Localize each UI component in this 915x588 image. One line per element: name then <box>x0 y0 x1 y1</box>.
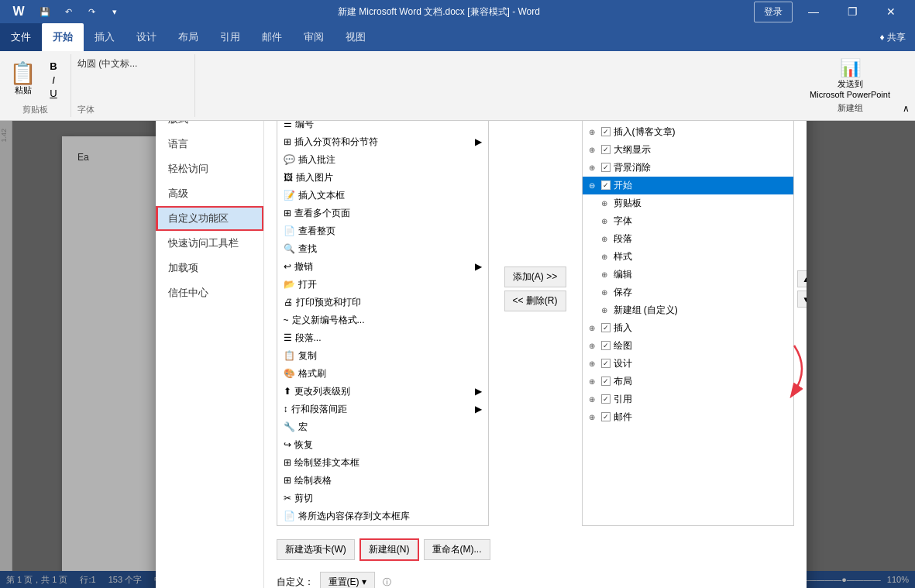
cb-layout[interactable] <box>601 377 611 386</box>
clipboard-group-label: 剪贴板 <box>22 104 48 117</box>
cmd-comment[interactable]: 💬 插入批注 <box>277 151 488 169</box>
nav-language[interactable]: 语言 <box>156 132 263 156</box>
cb-insert[interactable] <box>601 323 611 332</box>
restore-btn[interactable]: ❐ <box>834 0 870 23</box>
tab-home[interactable]: 开始 <box>42 23 84 51</box>
tab-mail[interactable]: 邮件 <box>251 23 293 51</box>
nav-quick-access[interactable]: 快速访问工具栏 <box>156 231 263 256</box>
title-bar: W 💾 ↶ ↷ ▾ 新建 Microsoft Word 文档.docx [兼容模… <box>0 0 915 23</box>
cmd-redo[interactable]: ↪ 恢复 <box>277 436 488 454</box>
cmd-para[interactable]: ☰ 段落... <box>277 329 488 347</box>
cmd-macro[interactable]: 🔧 宏 <box>277 418 488 436</box>
left-panel: 从下列位置选择命令(C): ⓘ 常用命令 ▾ 💾 保存 ☰ 编号 <box>277 121 489 526</box>
tree-outline[interactable]: ⊕ 大纲显示 <box>583 141 793 159</box>
tree-mail[interactable]: ⊕ 邮件 <box>583 408 793 426</box>
tab-references[interactable]: 引用 <box>209 23 251 51</box>
cb-bgremove[interactable] <box>601 163 611 172</box>
ribbon-content: 📋 粘贴 B I U 剪贴板 幼圆 (中文标... 字体 📊 发送到 Micro… <box>0 51 915 121</box>
tree-bloginsert[interactable]: ⊕ 插入(博客文章) <box>583 123 793 141</box>
cmd-cut[interactable]: ✂ 剪切 <box>277 490 488 507</box>
minimize-btn[interactable]: — <box>796 0 831 23</box>
left-commands-list[interactable]: 💾 保存 ☰ 编号 ⊞ 插入分页符和分节符 ▶ 💬 插入批注 🖼 插入图片 📝 … <box>277 121 489 526</box>
customize-quick-btn[interactable]: ▾ <box>105 2 124 21</box>
share-button[interactable]: ♦ 共享 <box>871 31 915 44</box>
cmd-linespace[interactable]: ↕ 行和段落间距 ▶ <box>277 401 488 418</box>
rename-btn[interactable]: 重命名(M)... <box>424 539 490 560</box>
tree-home-save[interactable]: ⊕ 保存 <box>583 284 793 301</box>
new-tab-btn[interactable]: 新建选项卡(W) <box>277 539 355 560</box>
tab-insert[interactable]: 插入 <box>84 23 126 51</box>
tree-design[interactable]: ⊕ 设计 <box>583 355 793 373</box>
cmd-copy[interactable]: 📋 复制 <box>277 347 488 365</box>
cmd-drawtable[interactable]: ⊞ 绘制表格 <box>277 472 488 490</box>
tree-home-font[interactable]: ⊕ 字体 <box>583 212 793 230</box>
cmd-open[interactable]: 📂 打开 <box>277 276 488 294</box>
tab-file[interactable]: 文件 <box>0 23 42 51</box>
cmd-drawtextbox[interactable]: ⊞ 绘制竖排文本框 <box>277 454 488 472</box>
cb-home[interactable] <box>601 181 611 190</box>
cmd-numbering[interactable]: ☰ 编号 <box>277 121 488 133</box>
paste-btn[interactable]: 📋 粘贴 <box>6 60 40 99</box>
tree-insert[interactable]: ⊕ 插入 <box>583 319 793 337</box>
move-up-btn[interactable]: ▲ <box>797 270 807 287</box>
tree-home-clipboard[interactable]: ⊕ 剪贴板 <box>583 194 793 212</box>
save-quick-btn[interactable]: 💾 <box>36 2 54 21</box>
tree-layout[interactable]: ⊕ 布局 <box>583 373 793 390</box>
nav-layout[interactable]: 版式 <box>156 121 263 132</box>
tree-draw[interactable]: ⊕ 绘图 <box>583 337 793 355</box>
right-tree-list[interactable]: ⊕ 博客文章 ⊕ 插入(博客文章) ⊕ 大纲显示 ⊕ <box>582 121 794 526</box>
cb-draw[interactable] <box>601 341 611 350</box>
send-to-ppt-btn[interactable]: 📊 发送到 Microsoft PowerPoint <box>810 58 890 99</box>
cb-outline[interactable] <box>601 145 611 154</box>
remove-button[interactable]: << 删除(R) <box>504 291 566 311</box>
tree-home-editing[interactable]: ⊕ 编辑 <box>583 266 793 284</box>
nav-trust-center[interactable]: 信任中心 <box>156 280 263 305</box>
nav-customize-ribbon[interactable]: 自定义功能区 <box>156 206 263 231</box>
cmd-ln-icon: ~ <box>284 315 289 325</box>
cb-references[interactable] <box>601 394 611 404</box>
tab-layout[interactable]: 布局 <box>167 23 209 51</box>
cb-design[interactable] <box>601 359 611 368</box>
nav-accessibility[interactable]: 轻松访问 <box>156 156 263 181</box>
cmd-undo[interactable]: ↩ 撤销 ▶ <box>277 258 488 276</box>
tree-home[interactable]: ⊖ 开始 <box>583 177 793 194</box>
cmd-print[interactable]: 🖨 打印预览和打印 <box>277 294 488 311</box>
bold-btn[interactable]: B <box>46 60 61 73</box>
underline-btn[interactable]: U <box>46 88 61 99</box>
reset-info-icon[interactable]: ⓘ <box>383 576 391 588</box>
cmd-picture[interactable]: 🖼 插入图片 <box>277 169 488 187</box>
redo-quick-btn[interactable]: ↷ <box>82 2 101 21</box>
tree-bgremove[interactable]: ⊕ 背景消除 <box>583 159 793 177</box>
nav-advanced[interactable]: 高级 <box>156 181 263 206</box>
cb-bloginsert[interactable] <box>601 127 611 136</box>
tab-design[interactable]: 设计 <box>126 23 167 51</box>
cmd-textbox[interactable]: 📝 插入文本框 <box>277 187 488 205</box>
tree-home-para[interactable]: ⊕ 段落 <box>583 230 793 248</box>
login-button[interactable]: 登录 <box>754 2 793 22</box>
reset-btn[interactable]: 重置(E) ▾ <box>320 572 375 589</box>
tree-home-styles[interactable]: ⊕ 样式 <box>583 248 793 266</box>
font-selector[interactable]: 幼圆 (中文标... <box>77 54 188 74</box>
italic-btn[interactable]: I <box>46 74 61 86</box>
new-group-btn[interactable]: 新建组(N) <box>359 538 419 561</box>
cmd-fullpage[interactable]: 📄 查看整页 <box>277 222 488 240</box>
cmd-fmtpaint[interactable]: 🎨 格式刷 <box>277 365 488 383</box>
tree-home-newgroup[interactable]: ⊕ 新建组 (自定义) <box>583 301 793 319</box>
ribbon-collapse-btn[interactable]: ∧ <box>903 54 915 117</box>
tree-references[interactable]: ⊕ 引用 <box>583 390 793 408</box>
cmd-find[interactable]: 🔍 查找 <box>277 240 488 258</box>
cmd-pagebreak[interactable]: ⊞ 插入分页符和分节符 ▶ <box>277 133 488 151</box>
nav-addins[interactable]: 加载项 <box>156 256 263 280</box>
add-button[interactable]: 添加(A) >> <box>504 266 566 287</box>
tab-review[interactable]: 审阅 <box>293 23 335 51</box>
close-btn[interactable]: ✕ <box>873 0 909 23</box>
cmd-listnew[interactable]: ~ 定义新编号格式... <box>277 311 488 329</box>
move-down-btn[interactable]: ▼ <box>797 291 807 308</box>
undo-quick-btn[interactable]: ↶ <box>59 2 77 21</box>
cmd-multipage[interactable]: ⊞ 查看多个页面 <box>277 205 488 222</box>
cb-mail[interactable] <box>601 412 611 421</box>
tab-view[interactable]: 视图 <box>335 23 377 51</box>
cmd-savetextbox[interactable]: 📄 将所选内容保存到文本框库 <box>277 507 488 525</box>
cmd-listlevel[interactable]: ⬆ 更改列表级别 ▶ <box>277 383 488 401</box>
cmd-find-icon: 🔍 <box>284 243 295 254</box>
